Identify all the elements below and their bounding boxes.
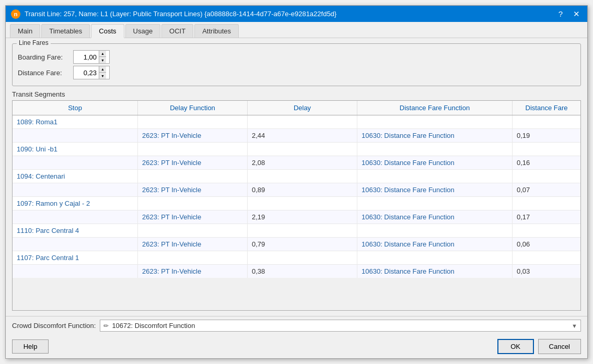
cell-stop <box>13 238 138 251</box>
close-button[interactable]: ✕ <box>571 9 582 19</box>
transit-segments-section: Transit Segments Stop Delay Function Del… <box>12 90 581 311</box>
table-row: 1094: Centenari <box>13 170 580 183</box>
title-bar-left: n Transit Line: 257, Name: L1 (Layer: Pu… <box>11 9 336 19</box>
crowd-discomfort-select[interactable]: ✏ 10672: Discomfort Function ▼ <box>100 320 581 332</box>
tab-usage[interactable]: Usage <box>125 24 161 38</box>
line-fares-group: Line Fares Boarding Fare: ▲ ▼ Distance F… <box>12 43 581 86</box>
crowd-discomfort-value: 10672: Discomfort Function <box>112 322 195 330</box>
cell-delay <box>248 143 357 156</box>
cell-dist-fare <box>513 251 580 264</box>
tab-ocit[interactable]: OCIT <box>161 24 193 38</box>
title-bar-controls: ? ✕ <box>556 9 582 19</box>
cell-dist-fn <box>357 197 513 210</box>
boarding-fare-label: Boarding Fare: <box>18 53 70 61</box>
cell-dist-fn: 10630: Distance Fare Function <box>357 129 513 142</box>
cell-delay: 2,44 <box>248 129 357 142</box>
cell-stop: 1097: Ramon y Cajal - 2 <box>13 197 138 210</box>
cell-delay-fn: 2623: PT In-Vehicle <box>138 238 248 251</box>
footer-right: OK Cancel <box>497 339 581 354</box>
distance-fare-input[interactable]: ▲ ▼ <box>73 66 110 79</box>
cell-dist-fn <box>357 170 513 183</box>
cell-stop <box>13 265 138 278</box>
cell-stop: 1090: Uni -b1 <box>13 143 138 156</box>
tab-main[interactable]: Main <box>10 24 40 38</box>
cell-stop: 1094: Centenari <box>13 170 138 183</box>
boarding-fare-input[interactable]: ▲ ▼ <box>73 50 110 64</box>
cell-delay <box>248 170 357 183</box>
cell-dist-fare: 0,03 <box>513 265 580 278</box>
boarding-fare-down[interactable]: ▼ <box>99 57 106 63</box>
boarding-fare-spinners: ▲ ▼ <box>99 51 106 63</box>
cell-dist-fn <box>357 115 513 128</box>
col-header-stop: Stop <box>13 101 138 115</box>
col-header-delay: Delay <box>248 101 357 115</box>
title-bar: n Transit Line: 257, Name: L1 (Layer: Pu… <box>6 6 587 22</box>
cell-delay-fn <box>138 143 248 156</box>
help-icon-button[interactable]: ? <box>556 9 565 19</box>
cell-delay <box>248 115 357 128</box>
cell-dist-fare: 0,07 <box>513 183 580 196</box>
main-content: Line Fares Boarding Fare: ▲ ▼ Distance F… <box>6 38 587 316</box>
table-row: 2623: PT In-Vehicle 0,38 10630: Distance… <box>13 265 580 278</box>
app-icon: n <box>11 9 20 19</box>
cell-delay-fn <box>138 170 248 183</box>
line-fares-title: Line Fares <box>17 39 51 46</box>
cell-delay-fn: 2623: PT In-Vehicle <box>138 129 248 142</box>
distance-fare-spinners: ▲ ▼ <box>99 66 106 79</box>
cell-delay-fn <box>138 251 248 264</box>
crowd-discomfort-label: Crowd Discomfort Function: <box>12 322 96 330</box>
cell-dist-fare <box>513 115 580 128</box>
table-row: 1097: Ramon y Cajal - 2 <box>13 197 580 210</box>
distance-fare-field[interactable] <box>74 68 99 78</box>
cell-stop <box>13 210 138 224</box>
cell-delay: 2,08 <box>248 156 357 169</box>
boarding-fare-field[interactable] <box>74 52 99 62</box>
cell-dist-fn: 10630: Distance Fare Function <box>357 265 513 278</box>
cell-stop: 1107: Parc Central 1 <box>13 251 138 264</box>
col-header-delay-fn: Delay Function <box>138 101 248 115</box>
cell-stop <box>13 183 138 196</box>
tab-attributes[interactable]: Attributes <box>194 24 239 38</box>
cell-dist-fn <box>357 251 513 264</box>
cell-dist-fn: 10630: Distance Fare Function <box>357 183 513 196</box>
distance-fare-down[interactable]: ▼ <box>99 73 106 79</box>
cell-delay <box>248 251 357 264</box>
boarding-fare-up[interactable]: ▲ <box>99 51 106 57</box>
cell-delay-fn: 2623: PT In-Vehicle <box>138 156 248 169</box>
cell-delay <box>248 197 357 210</box>
footer: Help OK Cancel <box>6 335 587 358</box>
table-row: 2623: PT In-Vehicle 0,89 10630: Distance… <box>13 183 580 197</box>
cell-dist-fare: 0,17 <box>513 210 580 224</box>
distance-fare-up[interactable]: ▲ <box>99 66 106 73</box>
cell-delay: 2,19 <box>248 210 357 224</box>
tab-timetables[interactable]: Timetables <box>41 24 90 38</box>
cell-dist-fare <box>513 197 580 210</box>
table-row: 2623: PT In-Vehicle 2,08 10630: Distance… <box>13 156 580 170</box>
cell-dist-fare <box>513 143 580 156</box>
col-header-dist-fare: Distance Fare <box>513 101 580 115</box>
table-row: 1090: Uni -b1 <box>13 143 580 156</box>
table-row: 2623: PT In-Vehicle 2,44 10630: Distance… <box>13 129 580 143</box>
cell-delay-fn: 2623: PT In-Vehicle <box>138 210 248 224</box>
cell-delay-fn: 2623: PT In-Vehicle <box>138 265 248 278</box>
segments-title: Transit Segments <box>12 90 581 98</box>
segments-table: Stop Delay Function Delay Distance Fare … <box>12 100 581 311</box>
tab-costs[interactable]: Costs <box>91 24 124 38</box>
col-header-dist-fn: Distance Fare Function <box>357 101 513 115</box>
table-row: 1089: Roma1 <box>13 115 580 129</box>
help-button[interactable]: Help <box>12 339 49 354</box>
cancel-button[interactable]: Cancel <box>538 339 581 354</box>
table-body: 1089: Roma1 2623: PT In-Vehicle 2,44 106… <box>13 115 580 310</box>
cell-delay-fn <box>138 115 248 128</box>
cell-delay: 0,79 <box>248 238 357 251</box>
cell-stop <box>13 129 138 142</box>
ok-button[interactable]: OK <box>497 339 534 354</box>
cell-delay-fn <box>138 197 248 210</box>
cell-stop: 1089: Roma1 <box>13 115 138 128</box>
cell-dist-fare: 0,06 <box>513 238 580 251</box>
cell-dist-fare <box>513 224 580 237</box>
distance-fare-label: Distance Fare: <box>18 69 70 77</box>
window-title: Transit Line: 257, Name: L1 (Layer: Publ… <box>25 10 336 18</box>
distance-fare-row: Distance Fare: ▲ ▼ <box>18 66 575 79</box>
table-row: 2623: PT In-Vehicle 2,19 10630: Distance… <box>13 210 580 224</box>
